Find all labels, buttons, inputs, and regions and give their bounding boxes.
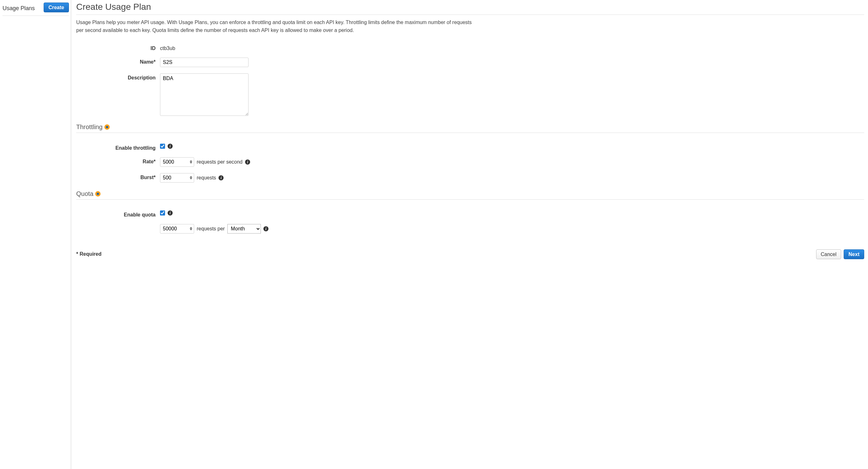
quota-stepper[interactable] — [189, 225, 193, 233]
enable-quota-checkbox[interactable] — [160, 210, 165, 215]
info-icon[interactable] — [264, 226, 269, 231]
quota-period-select[interactable]: Month — [227, 224, 261, 234]
main-panel: Create Usage Plan Usage Plans help you m… — [71, 0, 868, 469]
name-input[interactable] — [160, 58, 249, 67]
id-value: ctb3ub — [160, 44, 175, 51]
badge-icon — [95, 191, 100, 197]
info-icon[interactable] — [245, 159, 250, 165]
page-description: Usage Plans help you meter API usage. Wi… — [76, 19, 475, 34]
quota-heading: Quota — [76, 190, 93, 198]
info-icon[interactable] — [218, 175, 223, 180]
sidebar-title: Usage Plans — [3, 3, 41, 12]
burst-label: Burst* — [76, 173, 160, 180]
rate-stepper[interactable] — [189, 158, 193, 166]
enable-throttling-checkbox[interactable] — [160, 144, 165, 149]
sidebar: Usage Plans Create — [0, 0, 71, 469]
name-label: Name* — [76, 58, 160, 65]
quota-per-text: requests per — [197, 226, 225, 232]
page-title: Create Usage Plan — [76, 2, 864, 12]
create-button[interactable]: Create — [44, 3, 69, 12]
throttling-heading: Throttling — [76, 123, 102, 131]
enable-quota-label: Enable quota — [76, 210, 160, 218]
burst-stepper[interactable] — [189, 174, 193, 182]
description-input[interactable] — [160, 74, 249, 116]
required-note: * Required — [76, 251, 101, 257]
rate-unit: requests per second — [197, 159, 243, 165]
burst-unit: requests — [197, 175, 216, 181]
badge-icon — [104, 124, 110, 130]
description-label: Description — [76, 74, 160, 81]
enable-throttling-label: Enable throttling — [76, 144, 160, 151]
id-label: ID — [76, 44, 160, 51]
rate-label: Rate* — [76, 157, 160, 165]
next-button[interactable]: Next — [844, 250, 864, 259]
info-icon[interactable] — [167, 210, 173, 215]
cancel-button[interactable]: Cancel — [816, 250, 841, 259]
info-icon[interactable] — [167, 144, 173, 149]
